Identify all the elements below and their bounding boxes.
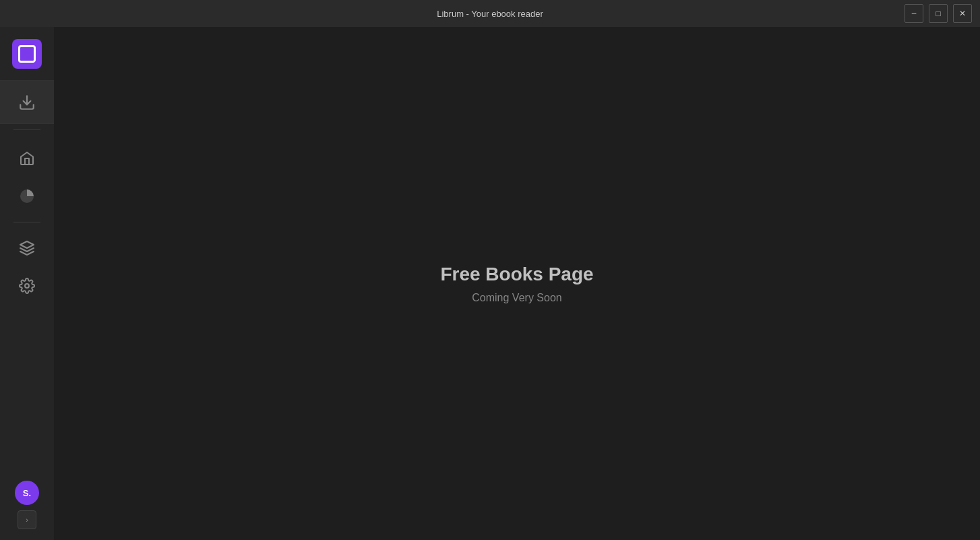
logo-icon bbox=[12, 39, 42, 69]
sidebar-item-home[interactable] bbox=[9, 141, 44, 176]
stats-icon bbox=[19, 188, 35, 204]
expand-sidebar-button[interactable]: › bbox=[18, 510, 36, 529]
sidebar-item-plugins[interactable] bbox=[9, 231, 44, 266]
download-button[interactable] bbox=[0, 81, 54, 124]
title-bar: Librum - Your ebook reader – □ ✕ bbox=[0, 0, 980, 27]
coming-soon-block: Free Books Page Coming Very Soon bbox=[440, 264, 593, 304]
close-button[interactable]: ✕ bbox=[953, 4, 972, 23]
plugins-icon bbox=[19, 240, 35, 256]
sidebar-bottom: S. › bbox=[15, 470, 39, 540]
window-controls: – □ ✕ bbox=[905, 4, 972, 23]
sidebar-item-settings[interactable] bbox=[9, 268, 44, 303]
sidebar-divider-2 bbox=[13, 222, 40, 222]
logo-icon-inner bbox=[18, 45, 36, 63]
svg-point-1 bbox=[25, 284, 29, 288]
download-icon bbox=[18, 94, 36, 111]
sidebar-divider-1 bbox=[13, 129, 40, 130]
maximize-button[interactable]: □ bbox=[929, 4, 948, 23]
minimize-button[interactable]: – bbox=[905, 4, 923, 23]
page-title: Free Books Page bbox=[440, 264, 593, 285]
page-subtitle: Coming Very Soon bbox=[440, 292, 593, 304]
sidebar-nav bbox=[9, 136, 44, 470]
avatar[interactable]: S. bbox=[15, 481, 39, 505]
sidebar-item-stats[interactable] bbox=[9, 179, 44, 214]
app-title: Librum - Your ebook reader bbox=[437, 9, 543, 19]
sidebar-logo[interactable] bbox=[0, 27, 54, 81]
sidebar: S. › bbox=[0, 27, 54, 540]
app-body: S. › Free Books Page Coming Very Soon bbox=[0, 27, 980, 540]
chevron-right-icon: › bbox=[26, 516, 28, 524]
main-content: Free Books Page Coming Very Soon bbox=[54, 27, 980, 540]
settings-icon bbox=[19, 278, 35, 294]
home-icon bbox=[19, 150, 35, 167]
